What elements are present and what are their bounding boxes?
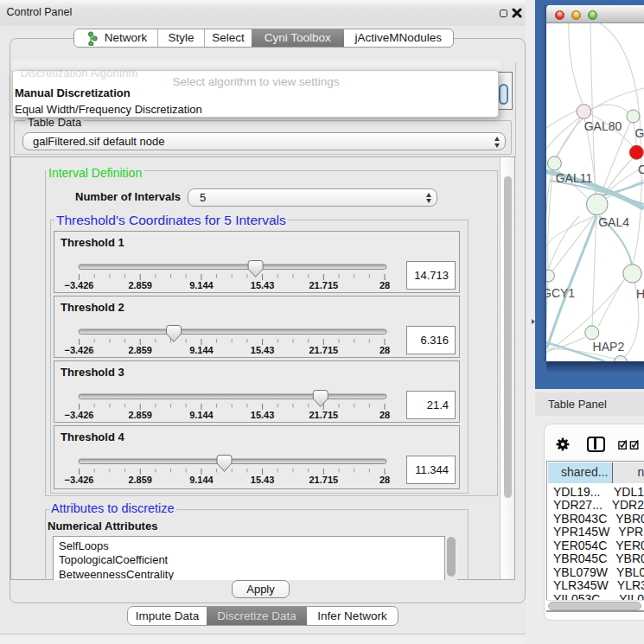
- svg-text:−3.426: −3.426: [65, 475, 94, 485]
- svg-text:GCY1: GCY1: [546, 286, 575, 300]
- svg-text:GAL80: GAL80: [584, 119, 622, 133]
- svg-text:9.144: 9.144: [189, 280, 214, 290]
- svg-text:2.859: 2.859: [128, 280, 152, 290]
- svg-text:−3.426: −3.426: [65, 280, 94, 290]
- svg-text:2.859: 2.859: [128, 475, 152, 485]
- svg-text:28: 28: [379, 280, 390, 290]
- svg-text:9.144: 9.144: [189, 345, 214, 355]
- svg-text:15.43: 15.43: [251, 410, 275, 420]
- svg-text:2.859: 2.859: [128, 345, 152, 355]
- svg-text:15.43: 15.43: [251, 345, 275, 355]
- svg-text:9.144: 9.144: [189, 410, 214, 420]
- svg-text:28: 28: [379, 410, 390, 420]
- svg-text:15.43: 15.43: [251, 475, 275, 485]
- svg-text:CY: CY: [638, 163, 644, 176]
- svg-text:HAP2: HAP2: [593, 340, 625, 354]
- svg-text:9.144: 9.144: [189, 475, 214, 485]
- svg-text:21.715: 21.715: [309, 345, 338, 355]
- svg-text:15.43: 15.43: [251, 280, 275, 290]
- svg-text:21.715: 21.715: [309, 410, 338, 420]
- svg-text:28: 28: [379, 475, 390, 485]
- svg-text:−3.426: −3.426: [65, 345, 94, 355]
- svg-text:GAL11: GAL11: [556, 171, 593, 185]
- svg-text:GAL4: GAL4: [598, 215, 629, 229]
- svg-text:2.859: 2.859: [128, 410, 152, 420]
- svg-text:GA: GA: [634, 126, 644, 140]
- svg-text:−3.426: −3.426: [65, 410, 94, 420]
- svg-text:H: H: [636, 287, 644, 301]
- svg-text:21.715: 21.715: [309, 475, 338, 485]
- svg-text:21.715: 21.715: [309, 280, 338, 290]
- svg-text:28: 28: [379, 345, 390, 355]
